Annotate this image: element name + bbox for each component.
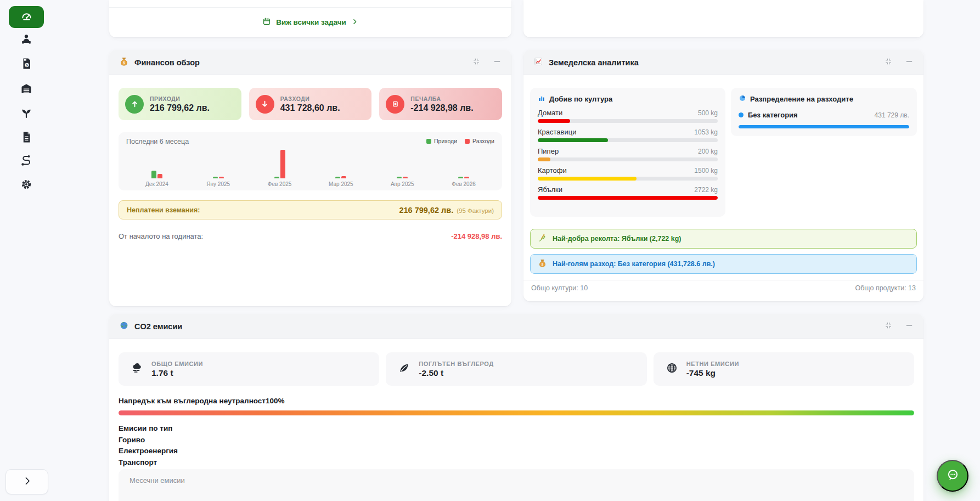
expense-distribution-panel: Разпределение на разходите Без категория… bbox=[731, 88, 917, 136]
total-emissions-label: ОБЩО ЕМИСИИ bbox=[151, 361, 203, 367]
view-all-tasks-link[interactable]: Виж всички задачи bbox=[109, 7, 511, 37]
minimize-icon[interactable] bbox=[905, 321, 914, 332]
total-emissions-value: 1.76 t bbox=[151, 368, 203, 378]
expense-stat-chip: РАЗХОДИ 431 728,60 лв. bbox=[249, 88, 372, 120]
bar-group bbox=[433, 148, 494, 178]
sidebar-item-crops[interactable] bbox=[20, 107, 33, 120]
bar-chart bbox=[126, 148, 494, 178]
net-emissions-stat: НЕТНИ ЕМИСИИ -745 kg bbox=[654, 352, 914, 386]
emissions-by-type: Емисии по тип Гориво Електроенергия Тран… bbox=[119, 423, 178, 468]
collapse-icon[interactable] bbox=[472, 57, 481, 68]
document-icon bbox=[20, 131, 33, 146]
top-right-card bbox=[523, 0, 923, 37]
chart-caption: Последни 6 месеца bbox=[126, 138, 189, 145]
sidebar-item-employees[interactable] bbox=[20, 34, 33, 47]
crop-row: Краставици1053 kg bbox=[538, 128, 718, 142]
yield-by-crop-panel: Добив по култура Домати500 kg Краставици… bbox=[530, 88, 725, 217]
minimize-icon[interactable] bbox=[493, 57, 502, 68]
monthly-emissions-title: Месечни емисии bbox=[129, 476, 903, 485]
collapse-icon[interactable] bbox=[884, 57, 893, 68]
bar-group bbox=[310, 148, 371, 178]
crop-progress bbox=[538, 138, 608, 142]
emission-type-transport: Транспорт bbox=[119, 457, 178, 469]
pie-chart-icon bbox=[739, 94, 746, 104]
sidebar-item-dashboard[interactable] bbox=[9, 6, 44, 28]
best-harvest-text: Най-добра реколта: Ябълки (2,722 kg) bbox=[553, 235, 682, 243]
net-emissions-label: НЕТНИ ЕМИСИИ bbox=[686, 361, 739, 367]
warehouse-icon bbox=[20, 82, 33, 97]
legend-income: Приходи bbox=[426, 138, 457, 144]
monthly-emissions-panel: Месечни емисии bbox=[119, 469, 914, 501]
total-emissions-stat: ОБЩО ЕМИСИИ 1.76 t bbox=[119, 352, 379, 386]
crop-row: Картофи1500 kg bbox=[538, 166, 718, 181]
profit-stat-chip: ПЕЧАЛБА -214 928,98 лв. bbox=[379, 88, 502, 120]
employees-icon bbox=[20, 33, 33, 48]
crop-row: Ябълки2722 kg bbox=[538, 185, 718, 200]
chart-legend: Приходи Разходи bbox=[426, 138, 494, 144]
crop-progress bbox=[538, 157, 550, 161]
wheat-icon bbox=[538, 233, 547, 244]
carbon-neutral-progress-bar bbox=[119, 410, 914, 415]
finance-card-header: $ Финансов обзор bbox=[109, 50, 511, 75]
gear-icon bbox=[20, 178, 33, 193]
finance-chart-panel: Последни 6 месеца Приходи Разходи Дек 20… bbox=[119, 132, 502, 190]
smog-icon bbox=[131, 362, 143, 376]
legend-expense: Разходи bbox=[465, 138, 494, 144]
sidebar: $ bbox=[0, 0, 53, 501]
ytd-value: -214 928,98 лв. bbox=[451, 232, 502, 240]
expense-value: 431 728,60 лв. bbox=[280, 103, 340, 113]
expense-progress bbox=[739, 125, 909, 128]
total-crops: Общо култури: 10 bbox=[531, 284, 588, 292]
unpaid-value: 216 799,62 лв. bbox=[399, 206, 453, 215]
finance-card-controls bbox=[472, 57, 502, 68]
sidebar-item-invoices[interactable]: $ bbox=[20, 58, 33, 71]
carbon-neutral-progress-label: Напредък към въглеродна неутралност100% bbox=[119, 397, 285, 405]
absorbed-carbon-stat: ПОГЛЪТЕН ВЪГЛЕРОД -2.50 t bbox=[386, 352, 646, 386]
co2-emissions-card: CO2 емисии ОБЩО ЕМИСИИ 1.76 t ПОГЛЪТЕН В… bbox=[109, 314, 923, 501]
arrow-down-icon bbox=[256, 95, 274, 114]
co2-card-title: CO2 емисии bbox=[134, 322, 182, 331]
bar-chart-icon bbox=[538, 94, 545, 104]
chat-bubble-icon bbox=[945, 468, 960, 484]
sidebar-expand-button[interactable] bbox=[5, 469, 48, 494]
view-all-tasks-label: Виж всички задачи bbox=[276, 18, 346, 26]
minimize-icon[interactable] bbox=[905, 57, 914, 68]
co2-card-controls bbox=[884, 321, 914, 332]
globe-icon bbox=[119, 320, 129, 333]
collapse-icon[interactable] bbox=[884, 321, 893, 332]
expense-item: Без категория 431 729 лв. bbox=[739, 111, 909, 119]
crop-progress bbox=[538, 119, 570, 123]
sidebar-item-documents[interactable] bbox=[20, 132, 33, 145]
calendar-icon bbox=[262, 17, 271, 27]
route-icon bbox=[20, 154, 33, 170]
total-products: Общо продукти: 13 bbox=[855, 284, 916, 292]
expense-panel-title: Разпределение на разходите bbox=[739, 94, 909, 104]
income-value: 216 799,62 лв. bbox=[150, 103, 210, 113]
income-stat-chip: ПРИХОДИ 216 799,62 лв. bbox=[119, 88, 241, 120]
ytd-label: От началото на годината: bbox=[119, 232, 203, 240]
tasks-card: Виж всички задачи bbox=[109, 0, 511, 37]
agro-card-header: Земеделска аналитика bbox=[523, 50, 923, 75]
progress-percent: 100% bbox=[266, 397, 285, 405]
absorbed-carbon-label: ПОГЛЪТЕН ВЪГЛЕРОД bbox=[419, 361, 493, 367]
chart-increasing-icon bbox=[533, 57, 543, 69]
chat-button[interactable] bbox=[937, 460, 968, 492]
arrow-up-icon bbox=[125, 95, 144, 114]
agro-card-title: Земеделска аналитика bbox=[549, 58, 639, 67]
bar-group bbox=[188, 148, 249, 178]
expense-label: РАЗХОДИ bbox=[280, 95, 340, 102]
sidebar-item-warehouse[interactable] bbox=[20, 83, 33, 96]
agro-totals-footer: Общо култури: 10 Общо продукти: 13 bbox=[531, 284, 916, 292]
crop-row: Домати500 kg bbox=[538, 109, 718, 123]
profit-label: ПЕЧАЛБА bbox=[410, 95, 473, 102]
sidebar-item-routes[interactable] bbox=[20, 155, 33, 168]
seedling-icon bbox=[20, 106, 33, 121]
biggest-expense-text: Най-голям разход: Без категория (431,728… bbox=[553, 260, 715, 268]
sidebar-item-settings[interactable] bbox=[20, 179, 33, 192]
finance-card-title: Финансов обзор bbox=[134, 58, 200, 67]
leaf-icon bbox=[398, 362, 410, 376]
globe-wireframe-icon bbox=[666, 362, 678, 376]
receipt-icon bbox=[386, 95, 404, 114]
bar-group bbox=[371, 148, 433, 178]
crop-progress bbox=[538, 177, 637, 181]
